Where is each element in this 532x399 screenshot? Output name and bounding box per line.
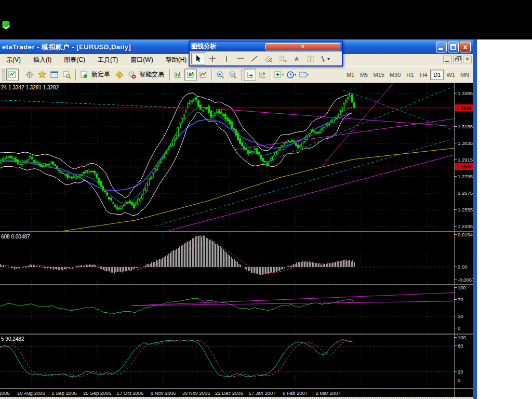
candle-chart-mode-icon[interactable] (184, 69, 197, 81)
cursor-tool-icon[interactable] (191, 52, 205, 64)
date-axis[interactable]: 200610 Aug 20061 Sep 200625 Sep 200617 O… (0, 389, 454, 397)
timeframe-mn[interactable]: MN (458, 70, 472, 80)
menu-item-5[interactable]: 帮助(H) (159, 55, 193, 65)
scale-tick (455, 328, 457, 328)
child-minimize-button[interactable] (443, 56, 452, 63)
rsi-tick-label: 100 (458, 285, 466, 290)
new-order-icon[interactable] (78, 69, 90, 81)
line-studies-close-icon[interactable]: × (265, 43, 341, 50)
trendline-tool-icon[interactable] (247, 52, 261, 64)
new-chart-icon[interactable] (6, 69, 19, 81)
timeframe-w1[interactable]: W1 (444, 70, 458, 80)
chart-area[interactable]: 24 1.3342 1.3281 1.3282 608 0.00487 5 90… (0, 83, 473, 397)
scale-tick (455, 234, 457, 235)
expert-advisors-label[interactable]: 智能交易 (139, 70, 164, 79)
date-label: 8 Nov 2006 (151, 390, 176, 396)
fibonacci-tool-icon[interactable]: F (275, 52, 289, 64)
toolbar-grip[interactable] (2, 69, 5, 81)
date-label: 22 Dec 2006 (215, 390, 243, 396)
stoch-tick-label: 100 (458, 335, 466, 340)
timeframe-d1[interactable]: D1 (430, 70, 444, 80)
line-studies-title: 图线分析 (191, 42, 265, 51)
scale-tick (455, 287, 457, 288)
line-studies-tools: E F A T (190, 51, 342, 65)
horizontal-line-tool-icon[interactable] (233, 52, 247, 64)
scale-tick (455, 280, 457, 280)
chart-shift-icon[interactable] (256, 69, 269, 81)
stochastic-indicator-panel[interactable] (0, 335, 454, 388)
date-label: 17 Oct 2006 (117, 390, 144, 396)
timeframe-h4[interactable]: H4 (417, 70, 430, 80)
new-order-label[interactable]: 新定单 (91, 70, 110, 79)
stoch-value-readout: 5 90.2482 (1, 336, 24, 342)
line-chart-mode-icon[interactable] (197, 69, 209, 81)
market-watch-icon[interactable] (48, 69, 61, 81)
menu-item-2[interactable]: 图表(C) (58, 55, 91, 65)
desktop-right-area (477, 39, 532, 399)
svg-text:A: A (295, 56, 299, 62)
screen: etaTrader - 模拟帐户 - [EURUSD,Daily] × 示(V)… (0, 0, 532, 399)
auto-scroll-icon[interactable] (244, 69, 256, 81)
scale-tick (455, 337, 457, 338)
taskbar-green-icon[interactable] (2, 21, 10, 29)
text-tool-icon[interactable]: A (289, 52, 303, 64)
scale-tick (455, 193, 457, 193)
line-studies-titlebar[interactable]: 图线分析 × (190, 42, 342, 51)
scale-tick (455, 371, 457, 372)
date-label: 8 Feb 2007 (283, 390, 308, 396)
stoch-tick-label: 20 (458, 369, 463, 375)
child-restore-button[interactable] (453, 56, 462, 63)
price-tick-label: 1.3395 (458, 90, 473, 96)
main-price-chart[interactable] (0, 83, 454, 231)
alert-icon[interactable]: ! (113, 69, 126, 81)
expert-advisors-icon[interactable] (126, 69, 138, 81)
menu-item-3[interactable]: 工具(T) (91, 55, 124, 65)
templates-icon[interactable] (298, 69, 311, 81)
zoom-out-icon[interactable] (227, 69, 239, 81)
window-bottom-border (0, 397, 473, 399)
bar-chart-mode-icon[interactable] (172, 69, 184, 81)
rsi-indicator-panel[interactable] (0, 285, 454, 334)
stoch-tick-label: 80 (458, 343, 463, 349)
osma-indicator-panel[interactable] (0, 232, 454, 283)
close-button[interactable]: × (460, 42, 471, 52)
rsi-tick-label: 70 (458, 297, 463, 302)
date-label: 2 Mar 2007 (315, 390, 340, 396)
data-window-icon[interactable] (61, 69, 73, 81)
profiles-icon[interactable] (36, 69, 48, 81)
price-tick-label: 1.2555 (458, 207, 473, 212)
maximize-button[interactable] (448, 42, 459, 52)
timeframe-m15[interactable]: M15 (371, 70, 387, 80)
line-studies-toolbar: 图线分析 × E F A T (189, 41, 343, 66)
rsi-tick-label: 30 (458, 313, 463, 319)
minimize-button[interactable] (436, 42, 447, 52)
date-label: 30 Nov 2006 (182, 390, 210, 396)
price-tick-label: 1.2795 (458, 174, 473, 179)
metatrader-window: etaTrader - 模拟帐户 - [EURUSD,Daily] × 示(V)… (0, 39, 477, 399)
crosshair-icon[interactable] (23, 69, 36, 81)
osma-tick-label: -0.00672 (458, 277, 473, 283)
menu-item-1[interactable]: 插入(I) (27, 55, 58, 65)
scale-tick (455, 226, 457, 227)
vertical-line-tool-icon[interactable] (219, 52, 233, 64)
equidistant-channel-tool-icon[interactable]: E (261, 52, 275, 64)
timeframe-m5[interactable]: M5 (357, 70, 371, 80)
indicators-icon[interactable] (273, 69, 286, 81)
level-price-badge: 1.2865 (455, 163, 473, 170)
scale-tick (455, 159, 457, 160)
zoom-in-icon[interactable] (214, 69, 227, 81)
periods-icon[interactable] (286, 69, 298, 81)
timeframe-m30[interactable]: M30 (387, 70, 403, 80)
menu-item-0[interactable]: 示(V) (0, 55, 27, 65)
crosshair-tool-icon[interactable] (205, 52, 219, 64)
child-close-button[interactable]: × (463, 56, 472, 63)
bid-price-badge: 1.3291 (455, 104, 473, 111)
timeframe-h1[interactable]: H1 (403, 70, 417, 80)
arrows-tool-icon[interactable] (317, 52, 331, 64)
text-label-tool-icon[interactable]: T (303, 52, 317, 64)
price-scale[interactable]: 1.33951.31551.30351.29151.27951.26751.25… (454, 83, 473, 397)
scale-tick (455, 316, 457, 316)
timeframe-m1[interactable]: M1 (344, 70, 357, 80)
menu-item-4[interactable]: 窗口(W) (124, 55, 159, 65)
osma-tick-label: 0.01649 (458, 232, 473, 237)
